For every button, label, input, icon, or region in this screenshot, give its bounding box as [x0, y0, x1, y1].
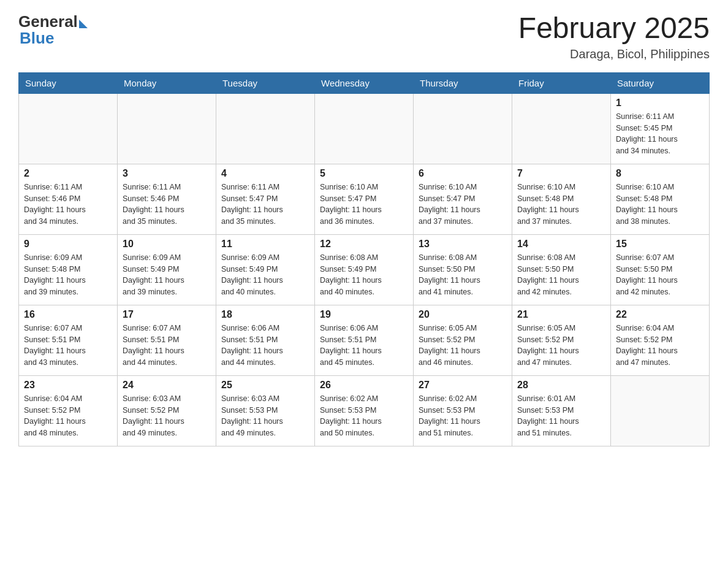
day-info: Sunrise: 6:08 AMSunset: 5:50 PMDaylight:…: [419, 252, 507, 298]
day-info: Sunrise: 6:02 AMSunset: 5:53 PMDaylight:…: [320, 393, 408, 439]
calendar-day-cell: 24Sunrise: 6:03 AMSunset: 5:52 PMDayligh…: [118, 375, 216, 446]
day-info: Sunrise: 6:04 AMSunset: 5:52 PMDaylight:…: [616, 323, 704, 369]
calendar-day-cell: 18Sunrise: 6:06 AMSunset: 5:51 PMDayligh…: [216, 305, 315, 375]
day-number: 7: [517, 168, 605, 179]
calendar-day-cell: 25Sunrise: 6:03 AMSunset: 5:53 PMDayligh…: [216, 375, 315, 446]
calendar-day-cell: 3Sunrise: 6:11 AMSunset: 5:46 PMDaylight…: [118, 164, 216, 234]
calendar-day-cell: 22Sunrise: 6:04 AMSunset: 5:52 PMDayligh…: [611, 305, 710, 375]
day-number: 14: [517, 239, 605, 250]
calendar-day-cell: 23Sunrise: 6:04 AMSunset: 5:52 PMDayligh…: [19, 375, 118, 446]
day-info: Sunrise: 6:01 AMSunset: 5:53 PMDaylight:…: [517, 393, 605, 439]
calendar-day-cell: 2Sunrise: 6:11 AMSunset: 5:46 PMDaylight…: [19, 164, 118, 234]
calendar-day-cell: [315, 93, 414, 164]
calendar-day-cell: 26Sunrise: 6:02 AMSunset: 5:53 PMDayligh…: [315, 375, 414, 446]
calendar-day-cell: 9Sunrise: 6:09 AMSunset: 5:48 PMDaylight…: [19, 234, 118, 305]
calendar-day-header: Thursday: [414, 72, 512, 93]
day-number: 18: [221, 309, 309, 320]
day-info: Sunrise: 6:03 AMSunset: 5:52 PMDaylight:…: [123, 393, 211, 439]
day-number: 6: [419, 168, 507, 179]
calendar-day-cell: 28Sunrise: 6:01 AMSunset: 5:53 PMDayligh…: [512, 375, 611, 446]
calendar-day-cell: [216, 93, 315, 164]
day-info: Sunrise: 6:03 AMSunset: 5:53 PMDaylight:…: [221, 393, 309, 439]
calendar-week-row: 16Sunrise: 6:07 AMSunset: 5:51 PMDayligh…: [19, 305, 710, 375]
calendar-day-header: Sunday: [19, 72, 118, 93]
day-info: Sunrise: 6:07 AMSunset: 5:51 PMDaylight:…: [123, 323, 211, 369]
day-number: 11: [221, 239, 309, 250]
day-info: Sunrise: 6:08 AMSunset: 5:49 PMDaylight:…: [320, 252, 408, 298]
calendar-day-cell: 1Sunrise: 6:11 AMSunset: 5:45 PMDaylight…: [611, 93, 710, 164]
day-info: Sunrise: 6:08 AMSunset: 5:50 PMDaylight:…: [517, 252, 605, 298]
calendar-table: SundayMondayTuesdayWednesdayThursdayFrid…: [18, 72, 710, 446]
calendar-day-cell: 14Sunrise: 6:08 AMSunset: 5:50 PMDayligh…: [512, 234, 611, 305]
day-info: Sunrise: 6:06 AMSunset: 5:51 PMDaylight:…: [221, 323, 309, 369]
calendar-day-cell: 6Sunrise: 6:10 AMSunset: 5:47 PMDaylight…: [414, 164, 512, 234]
day-number: 10: [123, 239, 211, 250]
calendar-week-row: 9Sunrise: 6:09 AMSunset: 5:48 PMDaylight…: [19, 234, 710, 305]
title-area: February 2025 Daraga, Bicol, Philippines: [518, 12, 710, 61]
day-number: 4: [221, 168, 309, 179]
day-number: 25: [221, 380, 309, 391]
logo-arrow-icon: [79, 20, 88, 28]
calendar-day-cell: 27Sunrise: 6:02 AMSunset: 5:53 PMDayligh…: [414, 375, 512, 446]
calendar-week-row: 2Sunrise: 6:11 AMSunset: 5:46 PMDaylight…: [19, 164, 710, 234]
day-info: Sunrise: 6:11 AMSunset: 5:46 PMDaylight:…: [24, 182, 112, 228]
calendar-day-cell: [414, 93, 512, 164]
calendar-header-row: SundayMondayTuesdayWednesdayThursdayFrid…: [19, 72, 710, 93]
calendar-day-header: Tuesday: [216, 72, 315, 93]
day-info: Sunrise: 6:04 AMSunset: 5:52 PMDaylight:…: [24, 393, 112, 439]
calendar-day-header: Wednesday: [315, 72, 414, 93]
month-title: February 2025: [518, 12, 710, 45]
calendar-week-row: 1Sunrise: 6:11 AMSunset: 5:45 PMDaylight…: [19, 93, 710, 164]
calendar-day-cell: 8Sunrise: 6:10 AMSunset: 5:48 PMDaylight…: [611, 164, 710, 234]
calendar-week-row: 23Sunrise: 6:04 AMSunset: 5:52 PMDayligh…: [19, 375, 710, 446]
day-number: 8: [616, 168, 704, 179]
calendar-day-cell: 12Sunrise: 6:08 AMSunset: 5:49 PMDayligh…: [315, 234, 414, 305]
calendar-day-cell: [611, 375, 710, 446]
calendar-day-cell: 4Sunrise: 6:11 AMSunset: 5:47 PMDaylight…: [216, 164, 315, 234]
day-number: 21: [517, 309, 605, 320]
calendar-day-cell: 5Sunrise: 6:10 AMSunset: 5:47 PMDaylight…: [315, 164, 414, 234]
day-info: Sunrise: 6:10 AMSunset: 5:48 PMDaylight:…: [517, 182, 605, 228]
day-number: 22: [616, 309, 704, 320]
day-number: 17: [123, 309, 211, 320]
calendar-day-header: Friday: [512, 72, 611, 93]
day-info: Sunrise: 6:05 AMSunset: 5:52 PMDaylight:…: [517, 323, 605, 369]
day-number: 27: [419, 380, 507, 391]
day-info: Sunrise: 6:07 AMSunset: 5:51 PMDaylight:…: [24, 323, 112, 369]
calendar-day-cell: 21Sunrise: 6:05 AMSunset: 5:52 PMDayligh…: [512, 305, 611, 375]
day-info: Sunrise: 6:09 AMSunset: 5:49 PMDaylight:…: [221, 252, 309, 298]
calendar-day-cell: 17Sunrise: 6:07 AMSunset: 5:51 PMDayligh…: [118, 305, 216, 375]
day-number: 23: [24, 380, 112, 391]
calendar-day-cell: [19, 93, 118, 164]
day-number: 28: [517, 380, 605, 391]
day-info: Sunrise: 6:09 AMSunset: 5:49 PMDaylight:…: [123, 252, 211, 298]
day-info: Sunrise: 6:10 AMSunset: 5:48 PMDaylight:…: [616, 182, 704, 228]
calendar-day-header: Monday: [118, 72, 216, 93]
day-number: 13: [419, 239, 507, 250]
day-info: Sunrise: 6:09 AMSunset: 5:48 PMDaylight:…: [24, 252, 112, 298]
logo-blue-text: Blue: [20, 29, 54, 48]
day-info: Sunrise: 6:11 AMSunset: 5:45 PMDaylight:…: [616, 111, 704, 157]
calendar-day-cell: 16Sunrise: 6:07 AMSunset: 5:51 PMDayligh…: [19, 305, 118, 375]
day-info: Sunrise: 6:02 AMSunset: 5:53 PMDaylight:…: [419, 393, 507, 439]
day-number: 20: [419, 309, 507, 320]
calendar-day-cell: 11Sunrise: 6:09 AMSunset: 5:49 PMDayligh…: [216, 234, 315, 305]
location-text: Daraga, Bicol, Philippines: [518, 47, 710, 61]
day-info: Sunrise: 6:11 AMSunset: 5:46 PMDaylight:…: [123, 182, 211, 228]
day-number: 19: [320, 309, 408, 320]
logo: General Blue: [18, 12, 88, 48]
calendar-day-cell: 20Sunrise: 6:05 AMSunset: 5:52 PMDayligh…: [414, 305, 512, 375]
day-number: 2: [24, 168, 112, 179]
calendar-day-cell: [512, 93, 611, 164]
day-info: Sunrise: 6:11 AMSunset: 5:47 PMDaylight:…: [221, 182, 309, 228]
day-number: 24: [123, 380, 211, 391]
day-info: Sunrise: 6:05 AMSunset: 5:52 PMDaylight:…: [419, 323, 507, 369]
calendar-day-cell: 15Sunrise: 6:07 AMSunset: 5:50 PMDayligh…: [611, 234, 710, 305]
day-info: Sunrise: 6:10 AMSunset: 5:47 PMDaylight:…: [320, 182, 408, 228]
day-number: 12: [320, 239, 408, 250]
day-number: 16: [24, 309, 112, 320]
calendar-day-cell: 13Sunrise: 6:08 AMSunset: 5:50 PMDayligh…: [414, 234, 512, 305]
day-number: 9: [24, 239, 112, 250]
calendar-day-cell: [118, 93, 216, 164]
day-info: Sunrise: 6:07 AMSunset: 5:50 PMDaylight:…: [616, 252, 704, 298]
